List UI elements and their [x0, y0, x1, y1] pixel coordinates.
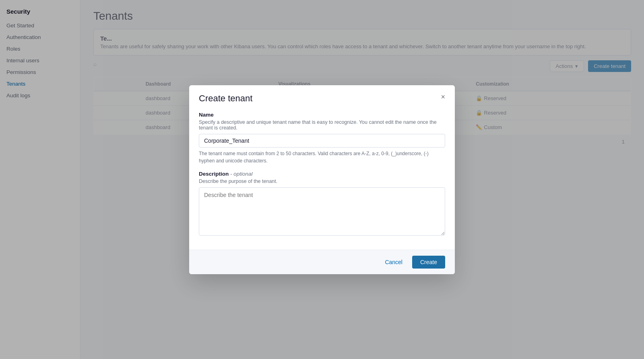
modal-title: Create tenant	[199, 93, 252, 104]
create-tenant-modal: Create tenant × Name Specify a descripti…	[189, 85, 455, 274]
name-hint: Specify a descriptive and unique tenant …	[199, 119, 445, 131]
description-textarea[interactable]	[199, 187, 445, 236]
close-button[interactable]: ×	[441, 93, 445, 101]
modal-header: Create tenant ×	[189, 85, 455, 104]
name-field-group: Name Specify a descriptive and unique te…	[199, 112, 445, 164]
create-button[interactable]: Create	[412, 256, 445, 269]
name-input[interactable]	[199, 134, 445, 148]
description-hint: Describe the purpose of the tenant.	[199, 178, 445, 184]
description-label: Description - optional	[199, 171, 445, 177]
modal-body: Name Specify a descriptive and unique te…	[189, 104, 455, 250]
description-field-group: Description - optional Describe the purp…	[199, 171, 445, 237]
cancel-button[interactable]: Cancel	[380, 256, 407, 268]
description-optional-label: - optional	[230, 171, 253, 177]
name-label: Name	[199, 112, 445, 118]
name-validation-hint: The tenant name must contain from 2 to 5…	[199, 150, 445, 164]
modal-footer: Cancel Create	[189, 250, 455, 274]
modal-overlay: Create tenant × Name Specify a descripti…	[0, 0, 644, 359]
